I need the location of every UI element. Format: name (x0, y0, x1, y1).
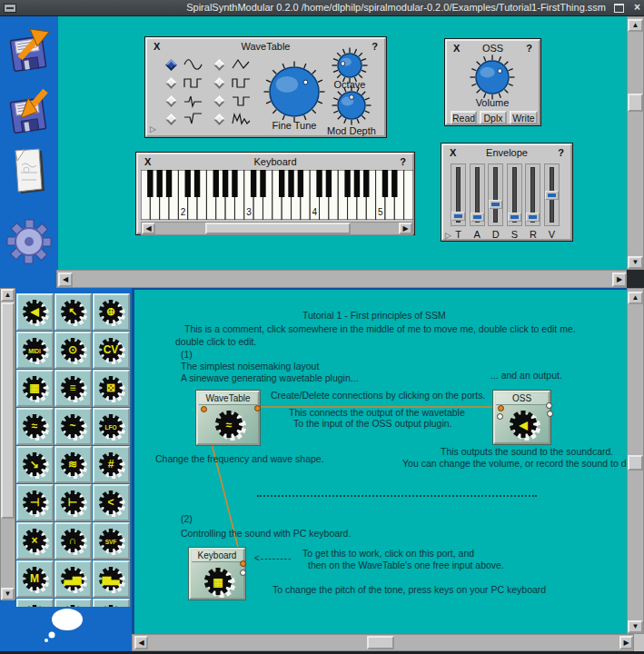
scroll-thumb[interactable] (205, 223, 351, 234)
canvas-comment[interactable]: This outputs the sound to the soundcard. (441, 446, 613, 457)
scroll-down-icon[interactable]: ▼ (1, 588, 15, 600)
dplx-button[interactable]: Dplx (480, 111, 507, 124)
canvas-comment[interactable]: (2) (181, 513, 193, 524)
black-key[interactable] (251, 170, 256, 197)
palette-plugin-comb[interactable]: # (93, 446, 130, 483)
palette-plugin-eq[interactable]: ▅▃ (93, 560, 130, 598)
write-button[interactable]: Write (510, 111, 538, 124)
envelope-slider-T[interactable] (451, 164, 466, 226)
palette-plugin-plugin[interactable] (16, 599, 54, 607)
plugin-window-envelope[interactable]: X Envelope ? TADSRV ▷ (441, 144, 572, 241)
black-key[interactable] (232, 170, 237, 197)
black-key[interactable] (354, 170, 360, 197)
scroll-thumb[interactable] (367, 636, 394, 649)
waveform-radio-7[interactable] (213, 114, 225, 125)
palette-plugin-plugin[interactable] (93, 599, 130, 607)
palette-plugin-noise[interactable]: ≈ (16, 408, 54, 445)
scroll-down-icon[interactable]: ▼ (628, 256, 643, 269)
palette-plugin-clock[interactable]: ⊙ (54, 332, 92, 369)
top-canvas-hscrollbar[interactable]: ◀ ▶ (56, 270, 627, 288)
canvas-comment[interactable]: Controlling the sound with PC keyboard. (181, 528, 351, 539)
scroll-right-icon[interactable]: ▶ (619, 636, 633, 649)
options-button[interactable] (5, 213, 53, 265)
black-key[interactable] (194, 170, 200, 197)
canvas-comment[interactable]: ... and an output. (490, 370, 562, 381)
scroll-thumb[interactable] (1, 302, 15, 519)
scroll-left-icon[interactable]: ◀ (142, 223, 155, 234)
keyboard-scrollbar[interactable]: ◀ ▶ (141, 222, 413, 235)
waveform-radio-3[interactable] (165, 114, 177, 125)
scroll-left-icon[interactable]: ◀ (58, 272, 73, 287)
canvas-comment[interactable]: To the input of the OSS output plugin. (293, 418, 452, 429)
canvas-comment[interactable]: Create/Delete connections by clicking on… (271, 390, 485, 401)
help-icon[interactable]: ? (400, 156, 406, 167)
waveform-radio-2[interactable] (165, 95, 177, 107)
waveform-radio-0[interactable] (165, 59, 177, 71)
palette-plugin-spectrum[interactable]: ▃▅ (54, 560, 92, 598)
canvas-comment[interactable]: This connects the output of the wavetabl… (289, 407, 465, 418)
scroll-up-icon[interactable]: ▲ (1, 289, 15, 302)
waveform-radio-5[interactable] (213, 77, 225, 89)
scroll-up-icon[interactable]: ▲ (628, 19, 643, 32)
scroll-thumb[interactable] (628, 455, 643, 471)
canvas-comment[interactable]: double click to edit. (175, 336, 256, 347)
slider-handle[interactable] (526, 213, 540, 222)
help-icon[interactable]: ? (526, 43, 532, 54)
envelope-slider-R[interactable] (525, 164, 540, 226)
canvas-comment[interactable]: The simplest noisemaking layout (181, 361, 319, 372)
black-key[interactable] (326, 170, 332, 197)
minimize-button[interactable] (4, 4, 16, 13)
black-key[interactable] (344, 170, 350, 197)
envelope-slider-S[interactable] (507, 164, 522, 226)
mod-depth-knob[interactable] (331, 84, 372, 130)
plugin-canvas-top[interactable]: X WaveTable ? Fine Tune Octave Mod Depth… (58, 16, 627, 270)
black-key[interactable] (279, 170, 284, 197)
canvas-comment[interactable]: To change the pitch of the tone, press k… (272, 584, 546, 595)
canvas-comment[interactable]: then on the WaveTable's one free input a… (308, 560, 504, 570)
fine-tune-knob[interactable] (263, 60, 326, 127)
black-key[interactable] (382, 170, 388, 197)
black-key[interactable] (147, 170, 153, 197)
titlebar[interactable]: SpiralSynthModular 0.2.0 /home/dlphilp/s… (0, 0, 644, 16)
black-key[interactable] (223, 170, 228, 197)
expand-icon[interactable]: ▷ (150, 124, 156, 134)
plugin-window-oss[interactable]: X OSS ? Volume Read Dplx Write (445, 39, 540, 125)
envelope-slider-D[interactable] (488, 164, 503, 226)
dashed-arrow[interactable]: <-------- (254, 553, 292, 563)
palette-plugin-keyboard[interactable]: ▦ (16, 370, 54, 407)
palette-plugin-lfo[interactable]: LFO (93, 408, 130, 445)
open-patch-button[interactable] (5, 22, 53, 74)
new-patch-button[interactable] (5, 145, 53, 198)
scroll-thumb[interactable] (628, 94, 643, 112)
slider-handle[interactable] (545, 191, 559, 200)
patch-canvas-vscrollbar[interactable]: ▲ ▼ (627, 288, 644, 634)
black-key[interactable] (391, 170, 397, 197)
canvas-comment[interactable]: This is a comment, click somewhere in th… (184, 323, 576, 334)
black-key[interactable] (185, 170, 191, 197)
scroll-up-icon[interactable]: ▲ (628, 292, 643, 304)
canvas-comment[interactable]: (1) (181, 349, 193, 360)
palette-plugin-env-follower[interactable]: ∩ (54, 522, 92, 560)
maximize-button[interactable] (614, 4, 624, 13)
expand-icon[interactable]: ▷ (445, 231, 451, 240)
save-patch-button[interactable] (5, 84, 53, 136)
scroll-down-icon[interactable]: ▼ (628, 620, 643, 633)
read-button[interactable]: Read (451, 111, 477, 124)
envelope-slider-V[interactable] (544, 164, 560, 226)
patch-node-wavetable[interactable]: WaveTable≈ (196, 391, 260, 445)
scroll-left-icon[interactable]: ◀ (134, 636, 148, 649)
waveform-radio-6[interactable] (213, 95, 225, 107)
palette-plugin-mixer[interactable]: ⊣ (16, 484, 54, 521)
palette-plugin-oscillator[interactable]: ~ (54, 408, 92, 445)
waveform-radio-4[interactable] (213, 59, 225, 71)
comment-bubble-icon[interactable] (40, 608, 85, 646)
palette-plugin-svf-filter[interactable]: SVF (93, 522, 130, 560)
patch-node-keyboard[interactable]: Keyboard▦ (189, 548, 245, 600)
port-connected[interactable] (498, 405, 504, 411)
palette-plugin-scope[interactable]: ↖ (54, 293, 92, 331)
port-free[interactable] (240, 570, 246, 576)
waveform-radio-1[interactable] (165, 77, 177, 89)
port-free[interactable] (497, 413, 503, 420)
port-connected[interactable] (240, 560, 246, 567)
palette-plugin-waveshaper[interactable]: ≋ (54, 446, 92, 483)
